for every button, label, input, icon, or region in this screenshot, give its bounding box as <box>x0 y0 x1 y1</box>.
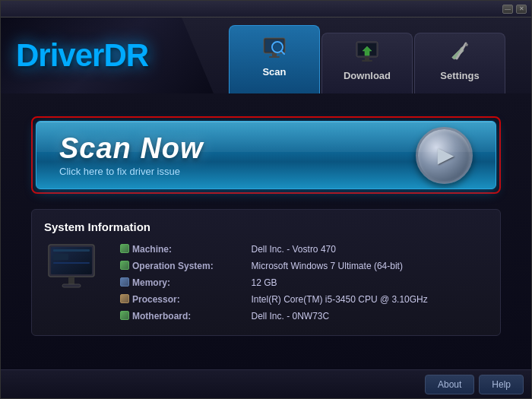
info-field-label: Memory: <box>132 274 252 291</box>
title-bar-controls: — ✕ <box>502 5 527 14</box>
system-info-table: Machine:Dell Inc. - Vostro 470Operation … <box>117 241 488 325</box>
table-row: Operation System:Microsoft Windows 7 Ult… <box>117 258 488 274</box>
system-info-title: System Information <box>44 220 488 233</box>
system-info-panel: System Information <box>31 209 501 336</box>
scan-tab-icon <box>261 36 288 63</box>
help-button[interactable]: Help <box>479 375 524 394</box>
svg-rect-5 <box>272 53 277 56</box>
svg-rect-11 <box>362 60 372 62</box>
scan-now-wrapper: Scan Now Click here to fix driver issue … <box>31 116 501 194</box>
scan-sub-text: Click here to fix driver issue <box>59 166 204 177</box>
download-tab-label: Download <box>344 70 391 81</box>
logo-text: DriverDR <box>16 37 148 74</box>
scan-main-text: Scan Now <box>59 134 204 163</box>
settings-tab-label: Settings <box>440 70 479 81</box>
svg-point-3 <box>274 43 281 51</box>
close-button[interactable]: ✕ <box>516 5 527 14</box>
computer-monitor-icon <box>44 241 105 293</box>
info-field-label: Operation System: <box>132 258 252 274</box>
help-label: Help <box>492 379 511 390</box>
svg-rect-18 <box>62 284 81 287</box>
main-window: — ✕ DriverDR <box>0 0 532 399</box>
title-bar: — ✕ <box>1 1 531 17</box>
tab-scan[interactable]: Scan <box>229 25 320 93</box>
table-row: Memory:12 GB <box>117 274 488 291</box>
info-dot-icon <box>117 308 132 325</box>
info-field-value: Dell Inc. - Vostro 470 <box>252 241 488 258</box>
info-field-value: Intel(R) Core(TM) i5-3450 CPU @ 3.10GHz <box>252 291 488 308</box>
svg-rect-10 <box>365 57 369 60</box>
info-field-label: Motherboard: <box>132 308 252 325</box>
info-dot-icon <box>117 258 132 274</box>
info-field-value: 12 GB <box>252 274 488 291</box>
svg-rect-17 <box>68 277 74 284</box>
minimize-button[interactable]: — <box>502 5 513 14</box>
tab-download[interactable]: Download <box>321 33 413 93</box>
info-dot-icon <box>117 241 132 258</box>
tab-settings[interactable]: Settings <box>414 33 505 93</box>
svg-rect-19 <box>53 249 90 252</box>
scan-now-button[interactable]: Scan Now Click here to fix driver issue … <box>36 121 496 189</box>
logo-area: DriverDR <box>1 17 214 93</box>
info-field-label: Machine: <box>132 241 252 258</box>
info-dot-icon <box>117 291 132 308</box>
about-button[interactable]: About <box>425 375 474 394</box>
about-label: About <box>438 379 461 390</box>
info-dot-icon <box>117 274 132 291</box>
settings-tab-icon <box>446 40 473 67</box>
svg-rect-20 <box>53 254 68 260</box>
table-row: Motherboard:Dell Inc. - 0NW73C <box>117 308 488 325</box>
table-row: Machine:Dell Inc. - Vostro 470 <box>117 241 488 258</box>
svg-rect-6 <box>269 56 280 58</box>
svg-rect-21 <box>53 262 90 264</box>
arrow-right-icon: ► <box>432 139 460 171</box>
info-field-value: Dell Inc. - 0NW73C <box>252 308 488 325</box>
info-field-value: Microsoft Windows 7 Ultimate (64-bit) <box>252 258 488 274</box>
info-field-label: Processor: <box>132 291 252 308</box>
download-tab-icon <box>353 40 381 67</box>
bottom-bar: About Help <box>1 369 531 398</box>
scan-arrow-icon: ► <box>416 127 473 184</box>
header: DriverDR <box>1 17 531 93</box>
scan-tab-label: Scan <box>262 66 286 78</box>
table-row: Processor:Intel(R) Core(TM) i5-3450 CPU … <box>117 291 488 308</box>
content-area: Scan Now Click here to fix driver issue … <box>1 93 531 371</box>
nav-tabs: Scan Download <box>229 17 505 93</box>
scan-text-area: Scan Now Click here to fix driver issue <box>59 134 204 177</box>
